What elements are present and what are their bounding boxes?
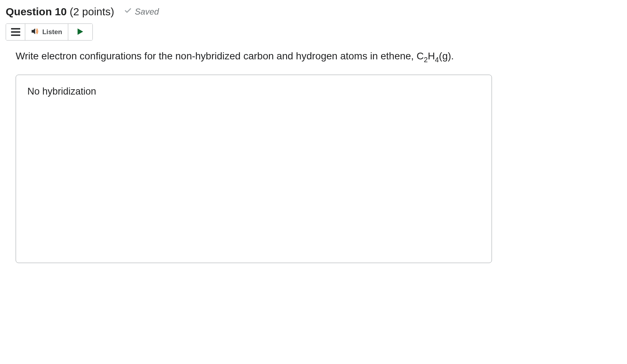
listen-label: Listen (42, 28, 62, 36)
play-icon (77, 28, 84, 36)
question-title: Question 10 (2 points) (6, 6, 114, 18)
answer-input[interactable] (16, 75, 492, 263)
listen-button[interactable]: Listen (25, 24, 68, 40)
saved-label: Saved (135, 7, 159, 17)
menu-button[interactable] (6, 24, 25, 40)
check-icon (124, 7, 132, 17)
question-header: Question 10 (2 points) Saved (6, 6, 621, 18)
play-button[interactable] (68, 24, 92, 40)
saved-status: Saved (124, 7, 159, 17)
answer-area (16, 75, 621, 264)
audio-toolbar: Listen (6, 23, 93, 41)
question-points: (2 points) (70, 6, 114, 17)
question-number: Question 10 (6, 6, 67, 17)
speaker-icon (31, 28, 39, 37)
hamburger-icon (11, 28, 20, 36)
question-prompt: Write electron configurations for the no… (16, 49, 621, 65)
